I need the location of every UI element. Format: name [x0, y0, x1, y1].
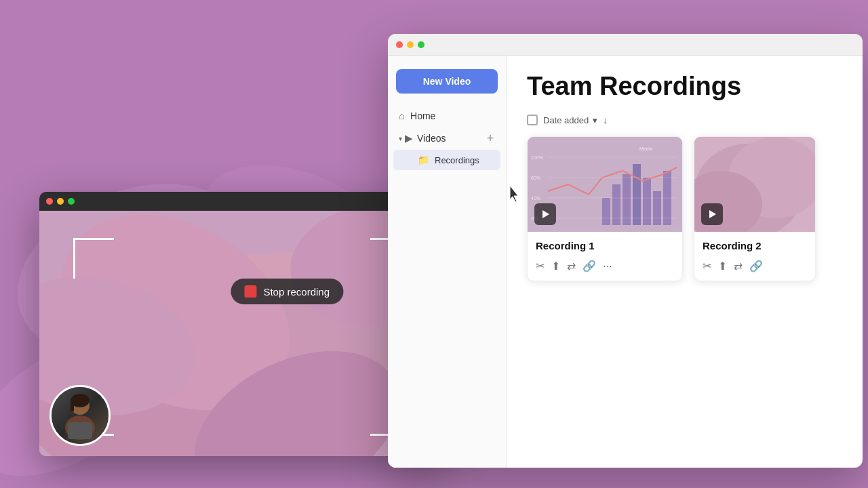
- window-maximize-dot[interactable]: [68, 198, 75, 205]
- video-title-1: Recording 1: [536, 240, 674, 251]
- recording-content: Stop recording: [39, 211, 445, 456]
- videos-icon: ▶: [405, 132, 413, 144]
- sidebar-recordings-label: Recordings: [435, 155, 479, 165]
- link-icon[interactable]: 🔗: [583, 260, 596, 272]
- new-video-button[interactable]: New Video: [396, 69, 498, 94]
- page-title: Team Recordings: [527, 72, 842, 101]
- sort-label[interactable]: Date added ▾: [543, 115, 597, 125]
- play-icon-1: [542, 210, 549, 218]
- upload-icon[interactable]: ⬆: [551, 260, 560, 272]
- stop-recording-label: Stop recording: [263, 286, 330, 298]
- svg-rect-23: [653, 191, 661, 225]
- chevron-down-icon: ▾: [593, 115, 597, 125]
- svg-text:40%: 40%: [531, 196, 540, 201]
- svg-text:100%: 100%: [531, 155, 543, 160]
- upload-icon-2[interactable]: ⬆: [718, 260, 727, 272]
- svg-rect-21: [633, 164, 641, 225]
- play-icon-2: [709, 210, 716, 218]
- folder-icon: 📁: [418, 155, 429, 165]
- svg-rect-20: [623, 174, 631, 225]
- add-video-button[interactable]: +: [483, 131, 498, 146]
- video-thumbnail-2: [694, 137, 815, 232]
- recording-window-titlebar: [39, 192, 445, 211]
- share-icon[interactable]: ⇄: [567, 260, 576, 272]
- stop-icon: [244, 285, 256, 298]
- video-actions-1: ✂ ⬆ ⇄ 🔗 ···: [536, 260, 674, 272]
- stop-recording-button[interactable]: Stop recording: [231, 279, 343, 304]
- svg-rect-16: [68, 422, 92, 439]
- app-titlebar: [388, 34, 863, 56]
- svg-rect-15: [71, 401, 74, 411]
- app-close-dot[interactable]: [396, 41, 403, 48]
- video-actions-2: ✂ ⬆ ⇄ 🔗: [703, 260, 807, 272]
- svg-text:80%: 80%: [531, 176, 540, 180]
- clip-icon[interactable]: ✂: [536, 260, 545, 272]
- video-grid: 100% 80% 40% 0% Media Recording 1: [527, 136, 842, 281]
- sidebar-item-recordings[interactable]: 📁 Recordings: [393, 150, 500, 170]
- select-all-checkbox[interactable]: [527, 115, 538, 125]
- video-card-2: Recording 2 ✂ ⬆ ⇄ 🔗: [694, 136, 816, 281]
- corner-bracket-tl: [73, 238, 114, 279]
- sort-row: Date added ▾ ↓: [527, 115, 842, 125]
- svg-text:Media: Media: [639, 146, 652, 151]
- svg-rect-19: [612, 184, 620, 225]
- sort-direction-icon[interactable]: ↓: [603, 115, 608, 125]
- svg-rect-22: [643, 178, 651, 225]
- sidebar-videos-label: Videos: [417, 133, 446, 144]
- svg-rect-18: [602, 198, 610, 225]
- window-minimize-dot[interactable]: [57, 198, 64, 205]
- sidebar: New Video ⌂ Home ▾ ▶ Videos + 📁 Recordin…: [388, 56, 507, 468]
- sidebar-home-label: Home: [410, 110, 435, 121]
- app-window: New Video ⌂ Home ▾ ▶ Videos + 📁 Recordin…: [388, 34, 863, 468]
- link-icon-2[interactable]: 🔗: [749, 260, 763, 272]
- clip-icon-2[interactable]: ✂: [703, 260, 711, 272]
- app-maximize-dot[interactable]: [418, 41, 425, 48]
- play-button-2[interactable]: [701, 203, 723, 225]
- video-card-1: 100% 80% 40% 0% Media Recording 1: [527, 136, 683, 281]
- window-close-dot[interactable]: [46, 198, 53, 205]
- sidebar-item-videos[interactable]: ▾ ▶ Videos +: [388, 127, 506, 150]
- main-content: Team Recordings Date added ▾ ↓: [507, 56, 863, 468]
- play-button-1[interactable]: [534, 203, 556, 225]
- share-icon-2[interactable]: ⇄: [734, 260, 743, 272]
- recording-window: Stop recording: [39, 192, 445, 456]
- video-title-2: Recording 2: [703, 240, 807, 251]
- more-icon[interactable]: ···: [603, 260, 612, 272]
- chevron-down-icon: ▾: [399, 135, 402, 142]
- sidebar-item-home[interactable]: ⌂ Home: [388, 104, 506, 127]
- camera-preview: [50, 385, 111, 446]
- app-minimize-dot[interactable]: [407, 41, 414, 48]
- video-thumbnail-1: 100% 80% 40% 0% Media: [528, 137, 682, 232]
- home-icon: ⌂: [399, 110, 405, 121]
